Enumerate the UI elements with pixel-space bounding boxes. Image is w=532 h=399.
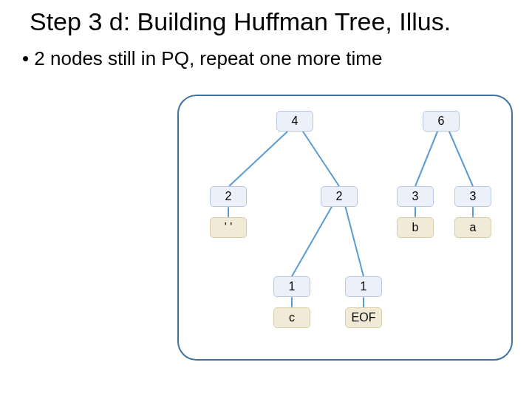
svg-line-5 [345, 205, 364, 276]
stem [363, 297, 364, 307]
node-char-space: ' ' [210, 217, 247, 238]
svg-line-1 [303, 132, 339, 186]
tree-panel: 4 6 2 2 3 3 ' ' b a 1 1 c EOF [177, 95, 513, 361]
node-char-c: c [273, 307, 310, 328]
node-freq-4: 4 [276, 111, 313, 132]
svg-line-4 [292, 205, 332, 276]
bullet-text: 2 nodes still in PQ, repeat one more tim… [22, 47, 382, 70]
svg-line-0 [229, 132, 287, 186]
node-freq-6: 6 [423, 111, 460, 132]
node-freq-2-left: 2 [210, 186, 247, 207]
slide-title: Step 3 d: Building Huffman Tree, Illus. [30, 7, 502, 36]
svg-line-2 [415, 132, 437, 186]
svg-line-3 [449, 132, 473, 186]
node-freq-2-right: 2 [321, 186, 358, 207]
node-char-a: a [454, 217, 491, 238]
node-freq-1-right: 1 [345, 276, 382, 297]
node-char-b: b [397, 217, 434, 238]
node-freq-3-right: 3 [454, 186, 491, 207]
node-freq-3-left: 3 [397, 186, 434, 207]
node-freq-1-left: 1 [273, 276, 310, 297]
stem [415, 207, 416, 217]
stem [228, 207, 229, 217]
node-char-eof: EOF [345, 307, 382, 328]
stem [291, 297, 293, 307]
stem [472, 207, 474, 217]
